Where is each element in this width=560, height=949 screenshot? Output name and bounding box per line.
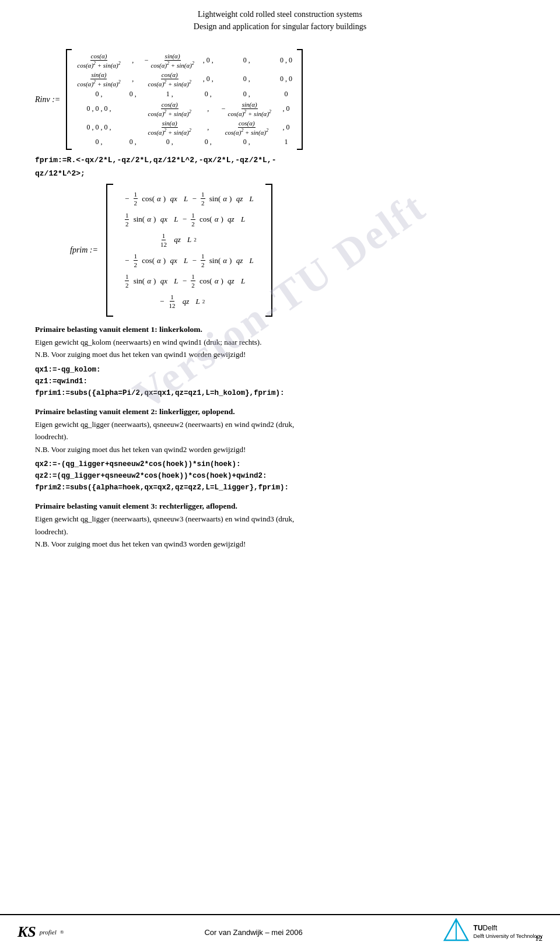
cell-r5c3: sin(α) cos(α)2 + sin(α)2 <box>145 120 195 136</box>
section1-title: Primaire belasting vanuit element 1: lin… <box>35 325 525 334</box>
page-number: 12 <box>535 934 542 943</box>
cell-r1c4: , 0 , <box>203 56 214 65</box>
rinv-label: Rinv := <box>35 95 60 104</box>
cell-r2c3: cos(α) cos(α)2 + sin(α)2 <box>145 71 195 87</box>
cell-r3c2: 0 , <box>130 90 136 99</box>
tu-subtitle: Delft University of Technology <box>474 933 542 940</box>
section2-nb: N.B. Voor zuiging moet dus het teken van… <box>35 444 525 456</box>
fprim-matrix: − 12 cos(α) qx L − 12 sin(α) qz L 12 sin… <box>106 184 272 316</box>
footer-ks-logo: KS profiel ® <box>18 923 64 941</box>
section3-text2: loodrecht). <box>35 526 525 538</box>
bracket-right <box>297 49 303 150</box>
cell-r2c4: , 0 , <box>203 75 214 83</box>
ks-profiel-text: profiel <box>40 929 57 936</box>
rinv-grid: cos(α) cos(α)2 + sin(α)2 , − sin(α) cos(… <box>72 49 297 150</box>
tu-delft-icon <box>443 918 469 944</box>
fprim-section: fprim := − 12 cos(α) qx L − 12 sin(α) qz… <box>70 184 525 316</box>
cell-r1c1: cos(α) cos(α)2 + sin(α)2 <box>76 52 121 69</box>
cell-r3c5: 0 , <box>222 90 272 99</box>
cell-r4c6: , 0 <box>280 104 292 113</box>
cell-r6c1: 0 , <box>76 138 121 146</box>
cell-r2c2: , <box>130 75 136 83</box>
cell-r1c2: , <box>130 56 136 65</box>
fprim-row6: − 112 qz L2 <box>125 293 254 309</box>
cell-r1c6: 0 , 0 <box>280 56 292 65</box>
header-line1: Lightweight cold rolled steel constructi… <box>12 8 548 20</box>
section3-nb: N.B. Voor zuiging moet dus het teken van… <box>35 538 525 550</box>
cell-r3c6: 0 <box>280 90 292 99</box>
page-header: Lightweight cold rolled steel constructi… <box>0 0 560 37</box>
cell-r6c6: 1 <box>280 138 292 146</box>
tu-delft-text: TUDelft Delft University of Technology <box>474 924 542 940</box>
cell-r1c5: 0 , <box>222 56 272 65</box>
fprim-row4: − 12 cos(α) qx L − 12 sin(α) qz L <box>125 253 254 268</box>
fprim-rows: − 12 cos(α) qx L − 12 sin(α) qz L 12 sin… <box>113 184 265 316</box>
tu-delft-word: Delft <box>483 924 498 932</box>
fprim-row5: 12 sin(α) qx L − 12 cos(α) qz L <box>125 273 254 289</box>
rinv-section: Rinv := cos(α) cos(α)2 + sin(α)2 , − sin… <box>35 49 525 150</box>
fprim-row3: 112 qz L2 <box>125 232 254 248</box>
fprim-bracket-right <box>265 184 272 316</box>
cell-r2c5: 0 , <box>222 75 272 83</box>
code-block2: qx2:=-(qg_ligger+qsneeuw2*cos(hoek))*sin… <box>35 458 525 493</box>
section3-title: Primaire belasting vanuit element 3: rec… <box>35 502 525 511</box>
cell-r4c1: 0 , 0 , 0 , <box>76 104 121 113</box>
fprim-label: fprim := <box>70 246 98 255</box>
tu-delft-logo <box>443 918 469 946</box>
code-fprim-line1: fprim:=R.<-qx/2*L,-qz/2*L,qz/12*L^2,-qx/… <box>35 156 525 164</box>
section1-text1: Eigen gewicht qg_kolom (neerwaarts) en w… <box>35 337 525 348</box>
cell-r4c4: , <box>203 104 214 113</box>
header-line2: Design and application for singular fact… <box>12 20 548 33</box>
section2-title: Primaire belasting vanuit element 2: lin… <box>35 407 525 416</box>
cell-r5c6: , 0 <box>280 123 292 132</box>
cell-r1c3: − sin(α) cos(α)2 + sin(α)2 <box>145 52 195 69</box>
registered-mark: ® <box>60 929 64 935</box>
cell-r5c5: cos(α) cos(α)2 + sin(α)2 <box>222 120 272 136</box>
footer-tu-delft: TUDelft Delft University of Technology <box>443 918 542 946</box>
fprim-row2: 12 sin(α) qx L − 12 cos(α) qz L <box>125 212 254 227</box>
cell-r2c6: 0 , 0 <box>280 75 292 83</box>
main-content: Version-TU Delft Rinv := cos(α) cos(α)2 … <box>0 37 560 565</box>
section2-text2: loodrecht). <box>35 431 525 443</box>
section2-text1: Eigen gewicht qg_ligger (neerwaarts), qs… <box>35 419 525 430</box>
code-block1: qx1:=-qg_kolom: qz1:=qwind1: fprim1:=sub… <box>35 364 525 399</box>
fprim-row1: − 12 cos(α) qx L − 12 sin(α) qz L <box>125 191 254 206</box>
code-fprim-line2: qz/12*L^2>; <box>35 169 525 178</box>
section1-nb: N.B. Voor zuiging moet dus het teken van… <box>35 349 525 360</box>
cell-r6c2: 0 , <box>130 138 136 146</box>
cell-r4c3: cos(α) cos(α)2 + sin(α)2 <box>145 101 195 117</box>
fprim-bracket-left <box>106 184 113 316</box>
cell-r5c4: , <box>203 123 214 132</box>
tu-bold: TU <box>474 924 483 932</box>
bracket-left <box>66 49 72 150</box>
footer-center-text: Cor van Zandwijk – mei 2006 <box>204 928 302 937</box>
rinv-matrix: cos(α) cos(α)2 + sin(α)2 , − sin(α) cos(… <box>66 49 303 150</box>
cell-r3c1: 0 , <box>76 90 121 99</box>
section3-text1: Eigen gewicht qg_ligger (neerwaarts), qs… <box>35 513 525 525</box>
cell-r5c1: 0 , 0 , 0 , <box>76 123 121 132</box>
cell-r4c5: − sin(α) cos(α)2 + sin(α)2 <box>222 101 272 117</box>
cell-r6c5: 0 , <box>222 138 272 146</box>
cell-r6c4: 0 , <box>203 138 214 146</box>
cell-r3c4: 0 , <box>203 90 214 99</box>
cell-r2c1: sin(α) cos(α)2 + sin(α)2 <box>76 71 121 87</box>
cell-r6c3: 0 , <box>145 138 195 146</box>
ks-logo-text: KS <box>18 923 36 941</box>
cell-r3c3: 1 , <box>145 90 195 99</box>
page-footer: KS profiel ® Cor van Zandwijk – mei 2006… <box>0 914 560 949</box>
